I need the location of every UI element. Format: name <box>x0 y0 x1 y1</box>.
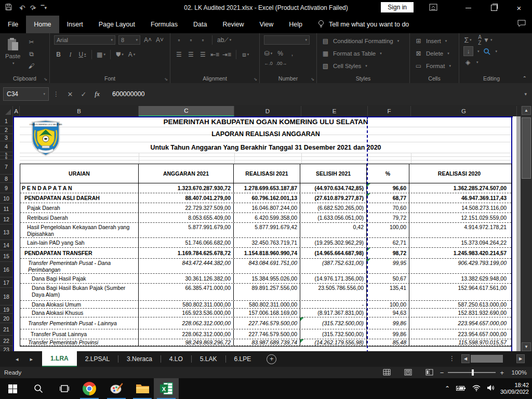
row-header-16[interactable]: 16 <box>0 262 13 277</box>
row-header-5[interactable]: 5 <box>0 152 13 156</box>
row-18-selisih-2021[interactable]: 23.505.786.556,00 <box>300 284 367 300</box>
insert-function-icon[interactable]: fx <box>90 87 104 101</box>
row-header-13[interactable]: 13 <box>0 224 13 240</box>
ribbon-display-options-icon[interactable] <box>429 4 437 13</box>
row-10-realisasi-2020[interactable]: 46.947.369.117,43 <box>409 193 509 203</box>
row-10-anggaran-2021[interactable]: 88.407.041.279,00 <box>139 193 234 203</box>
chrome-icon[interactable] <box>77 378 102 399</box>
minimize-button[interactable] <box>459 0 477 16</box>
scroll-down-icon[interactable]: ▼ <box>522 342 531 351</box>
row-12-realisasi-2020[interactable]: 12.151.029.559,00 <box>409 213 509 222</box>
conditional-formatting-button[interactable]: Conditional Formatting <box>333 38 393 44</box>
sheet-tab-2-lpsal[interactable]: 2.LPSAL <box>77 351 118 367</box>
decrease-indent-icon[interactable]: ⇤≡ <box>210 50 219 59</box>
taskbar-search-icon[interactable] <box>26 378 51 399</box>
font-size-select[interactable]: 8▾ <box>118 35 140 45</box>
row-15-realisasi-2020[interactable]: 1.245.983.420.214,57 <box>409 248 509 258</box>
menu-tab-page-layout[interactable]: Page Layout <box>91 16 143 33</box>
menu-tab-insert[interactable]: Insert <box>59 16 91 33</box>
row-header-12[interactable]: 12 <box>0 214 13 224</box>
normal-view-icon[interactable] <box>383 369 391 377</box>
font-name-select[interactable]: Arial▾ <box>54 35 115 45</box>
menu-tab-help[interactable]: Help <box>281 16 310 33</box>
table-header-2[interactable]: ANGGARAN 2021 <box>139 164 234 183</box>
align-middle-icon[interactable]: ⹀ <box>187 36 195 45</box>
row-18-realisasi-2021[interactable]: 89.891.257.556,00 <box>234 284 300 300</box>
scroll-left-icon[interactable]: ◀ <box>461 354 470 363</box>
grow-font-icon[interactable]: A˄ <box>143 36 152 45</box>
font-dialog-launcher[interactable]: ⇘ <box>164 77 168 82</box>
fill-color-icon[interactable]: ⛊▾ <box>115 50 124 59</box>
column-header-B[interactable]: B <box>20 106 139 116</box>
grid-canvas[interactable]: OGAN KOMERING ULU SELATAN PEMERINTAH KAB… <box>13 116 521 351</box>
row-16-realisasi-2020[interactable]: 906.429.793.199,00 <box>409 259 509 273</box>
taskbar-clock[interactable]: 18:42 30/09/2022 <box>500 378 529 399</box>
menu-tab-file[interactable]: File <box>0 16 26 33</box>
row-20-pct[interactable]: 94,63 <box>367 309 409 317</box>
number-format-select[interactable]: ▾ <box>264 35 310 45</box>
row-header-7[interactable]: 7 <box>0 159 13 175</box>
row-19-realisasi-2021[interactable]: 580.802.311.000,00 <box>234 301 300 308</box>
cell-styles-button[interactable]: Cell Styles <box>333 63 361 69</box>
align-right-icon[interactable]: ☰ <box>198 50 207 59</box>
column-header-C[interactable]: C <box>139 106 234 116</box>
borders-icon[interactable]: ▦▾ <box>97 50 105 59</box>
task-view-icon[interactable] <box>52 378 77 399</box>
menu-tab-review[interactable]: Review <box>215 16 251 33</box>
row-18-realisasi-2020[interactable]: 152.964.617.561,00 <box>409 284 509 300</box>
row-18-anggaran-2021[interactable]: 66.385.471.000,00 <box>139 284 234 300</box>
restore-button[interactable] <box>485 0 503 16</box>
row-22-realisasi-2021[interactable]: 227.746.579.500,00 <box>234 329 300 339</box>
horizontal-scroll-thumb[interactable] <box>471 355 503 363</box>
row-header-18[interactable]: 18 <box>0 288 13 305</box>
table-header-1[interactable]: URAIAN <box>20 164 139 183</box>
shrink-font-icon[interactable]: A˅ <box>155 36 164 45</box>
row-13-uraian[interactable]: Hasil Pengelolaan Kekayaan Daerah yang D… <box>20 223 139 237</box>
sheet-tab-3-neraca[interactable]: 3.Neraca <box>118 351 161 367</box>
cut-icon[interactable]: ✂ <box>27 37 36 46</box>
row-11-selisih-2021[interactable]: (6.682.520.265,00) <box>300 203 367 212</box>
zoom-in-icon[interactable]: + <box>500 369 504 377</box>
row-21-anggaran-2021[interactable]: 228.062.312.000,00 <box>139 317 234 329</box>
row-17-pct[interactable]: 50,67 <box>367 274 409 283</box>
row-20-anggaran-2021[interactable]: 165.923.536.000,00 <box>139 309 234 317</box>
autosum-icon[interactable]: Σ▾ <box>463 35 472 44</box>
row-15-selisih-2021[interactable]: (14.965.664.687,98) <box>300 248 367 258</box>
row-11-uraian[interactable]: Pajak Daerah <box>20 203 139 212</box>
row-16-anggaran-2021[interactable]: 843.472.444.382,00 <box>139 259 234 273</box>
row-header-11[interactable]: 11 <box>0 204 13 214</box>
row-header-1[interactable]: 1 <box>0 116 13 126</box>
redo-icon[interactable]: ↷▾ <box>30 4 34 12</box>
row-header-20[interactable]: 20 <box>0 314 13 323</box>
row-14-anggaran-2021[interactable]: 51.746.066.682,00 <box>139 238 234 247</box>
decrease-decimal-icon[interactable]: .00→ <box>276 59 287 68</box>
row-20-selisih-2021[interactable]: (8.917.367.831,00) <box>300 309 367 317</box>
column-header-F[interactable]: F <box>368 106 411 116</box>
row-13-selisih-2021[interactable]: 0,42 <box>300 223 367 237</box>
row-15-uraian[interactable]: PENDAPATAN TRANSFER <box>20 248 139 258</box>
row-14-realisasi-2021[interactable]: 32.450.763.719,71 <box>234 238 300 247</box>
row-11-pct[interactable]: 70,60 <box>367 203 409 212</box>
row-21-realisasi-2021[interactable]: 227.746.579.500,00 <box>234 317 300 329</box>
row-header-8[interactable]: 8 <box>0 175 13 183</box>
sheet-tab-1-lra[interactable]: 1.LRA <box>42 351 77 367</box>
volume-icon[interactable] <box>487 384 495 393</box>
align-top-icon[interactable]: ⹀ <box>175 36 183 45</box>
align-bottom-icon[interactable]: ⹀ <box>198 36 207 45</box>
file-explorer-icon[interactable] <box>130 378 155 399</box>
row-17-realisasi-2020[interactable]: 13.382.629.948,00 <box>409 274 509 283</box>
tabbar-handle[interactable]: ⋮ <box>449 355 455 362</box>
name-box[interactable]: C34▾ <box>3 87 49 101</box>
row-16-uraian[interactable]: Transfer Pemerintah Pusat - Dana Perimba… <box>20 259 139 273</box>
italic-button[interactable]: I <box>66 50 75 59</box>
row-14-uraian[interactable]: Lain-lain PAD yang Sah <box>20 238 139 247</box>
format-as-table-button[interactable]: Format as Table <box>333 50 376 57</box>
start-button[interactable] <box>0 378 25 399</box>
row-18-uraian[interactable]: Dana Bagi Hasil Bukan Pajak (Sumber Daya… <box>20 284 139 300</box>
row-12-realisasi-2021[interactable]: 6.420.599.358,00 <box>234 213 300 222</box>
fill-down-icon[interactable]: ↓ <box>463 46 473 56</box>
row-21-realisasi-2020[interactable]: 223.954.657.000,00 <box>409 317 509 329</box>
row-12-selisih-2021[interactable]: (1.633.056.051,00) <box>300 213 367 222</box>
percent-style-icon[interactable]: % <box>276 49 285 58</box>
row-header-14[interactable]: 14 <box>0 240 13 250</box>
